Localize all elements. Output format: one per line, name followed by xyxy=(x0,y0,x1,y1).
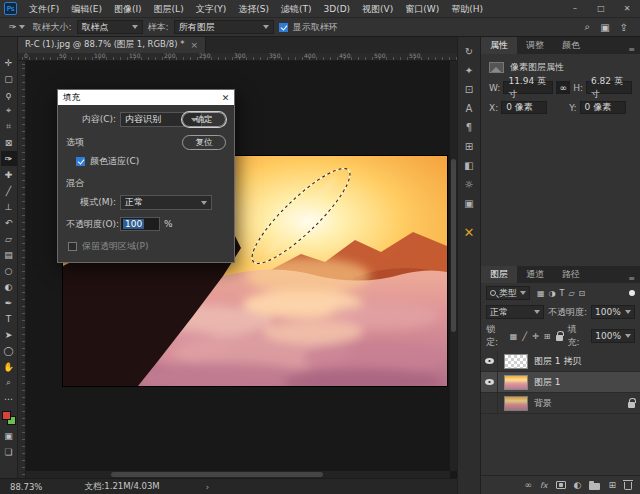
tab-color[interactable]: 颜色 xyxy=(553,37,589,54)
color-adaptation-checkbox[interactable] xyxy=(76,157,85,166)
lock-all-icon[interactable] xyxy=(556,335,563,341)
hand-tool[interactable]: ✋ xyxy=(1,359,17,374)
tab-paths[interactable]: 路径 xyxy=(553,266,589,283)
status-options-arrow[interactable]: › xyxy=(206,482,209,492)
close-button[interactable]: ✕ xyxy=(614,0,640,18)
reset-button[interactable]: 复位 xyxy=(182,135,226,150)
y-field[interactable]: 0 像素 xyxy=(580,101,626,114)
shape-filter-icon[interactable]: ▱ xyxy=(568,289,574,298)
menu-3d[interactable]: 3D(D) xyxy=(317,0,356,18)
new-layer-icon[interactable]: ⊞ xyxy=(608,480,616,490)
layer-name[interactable]: 背景 xyxy=(534,397,552,410)
foreground-color-swatch[interactable] xyxy=(2,411,11,420)
healing-brush-tool[interactable]: ✚ xyxy=(1,167,17,182)
adjustment-filter-icon[interactable]: ◑ xyxy=(549,289,556,298)
move-tool[interactable]: ✛ xyxy=(1,55,17,70)
tab-properties[interactable]: 属性 xyxy=(481,37,517,54)
workspace-icon[interactable]: ▣ xyxy=(600,22,609,33)
lock-artboard-icon[interactable]: ⊞ xyxy=(544,332,551,341)
show-sampling-ring-checkbox[interactable] xyxy=(279,23,288,32)
libraries-panel-icon[interactable]: ⊞ xyxy=(465,142,473,152)
menu-image[interactable]: 图像(I) xyxy=(108,0,148,18)
link-layers-icon[interactable]: ∞ xyxy=(525,480,533,490)
plugin-x-icon[interactable]: ✕ xyxy=(464,228,475,238)
learn-panel-icon[interactable]: ☼ xyxy=(465,180,474,190)
filter-toggle-icon[interactable] xyxy=(629,290,635,296)
menu-view[interactable]: 视图(V) xyxy=(356,0,399,18)
fill-select[interactable]: 100% xyxy=(591,329,635,343)
brush-settings-icon[interactable]: ✦ xyxy=(465,66,473,76)
comments-panel-icon[interactable]: ▣ xyxy=(464,199,473,209)
layer-filter-select[interactable]: 类型 xyxy=(486,286,530,300)
lock-transparent-icon[interactable]: ▦ xyxy=(510,332,518,341)
maximize-button[interactable]: □ xyxy=(588,0,614,18)
history-brush-tool[interactable]: ↶ xyxy=(1,215,17,230)
layer-effects-icon[interactable]: fx xyxy=(540,481,548,490)
fill-dialog-titlebar[interactable]: 填充 ✕ xyxy=(58,90,234,105)
horizontal-scrollbar[interactable] xyxy=(26,471,450,478)
tab-adjustments[interactable]: 调整 xyxy=(517,37,553,54)
menu-select[interactable]: 选择(S) xyxy=(232,0,275,18)
adjustments-panel-icon[interactable]: ◧ xyxy=(464,161,473,171)
smart-object-filter-icon[interactable]: ⊡ xyxy=(579,289,586,298)
background-lock-icon[interactable] xyxy=(628,402,635,408)
pen-tool[interactable]: ✒ xyxy=(1,295,17,310)
width-field[interactable]: 11.94 英寸 xyxy=(503,81,553,94)
paragraph-panel-icon[interactable]: ¶ xyxy=(466,123,472,133)
x-field[interactable]: 0 像素 xyxy=(501,101,547,114)
delete-layer-icon[interactable] xyxy=(624,482,632,490)
history-panel-icon[interactable]: ↻ xyxy=(465,47,473,57)
shape-tool[interactable]: ◯ xyxy=(1,343,17,358)
tab-channels[interactable]: 通道 xyxy=(517,266,553,283)
menu-window[interactable]: 窗口(W) xyxy=(399,0,445,18)
current-tool-icon[interactable]: ✑ xyxy=(6,22,28,32)
type-tool[interactable]: T xyxy=(1,311,17,326)
link-dimensions-icon[interactable]: ∞ xyxy=(556,81,570,94)
height-field[interactable]: 6.82 英寸 xyxy=(586,81,632,94)
zoom-level-field[interactable]: 88.73% xyxy=(10,482,42,492)
panel-menu-icon[interactable]: ≡ xyxy=(628,45,640,54)
eraser-tool[interactable]: ▱ xyxy=(1,231,17,246)
object-selection-tool[interactable]: ⌖ xyxy=(1,103,17,118)
group-layers-icon[interactable] xyxy=(589,483,600,490)
screen-mode-button[interactable]: ❏ xyxy=(1,444,17,459)
layers-opacity-select[interactable]: 100% xyxy=(591,305,635,319)
type-filter-icon[interactable]: T xyxy=(560,289,565,298)
dialog-close-icon[interactable]: ✕ xyxy=(217,93,234,103)
visibility-toggle[interactable] xyxy=(481,393,498,413)
layer-mask-icon[interactable] xyxy=(556,481,566,489)
color-swatches[interactable] xyxy=(2,411,16,425)
menu-layer[interactable]: 图层(L) xyxy=(148,0,190,18)
layer-thumbnail[interactable] xyxy=(504,396,528,411)
visibility-toggle[interactable] xyxy=(481,372,498,392)
crop-tool[interactable]: ⌗ xyxy=(1,119,17,134)
character-panel-icon[interactable]: A xyxy=(466,104,473,114)
lock-paint-icon[interactable]: ╱ xyxy=(522,332,527,341)
sample-size-select[interactable]: 取样点 xyxy=(77,20,143,34)
edit-toolbar-button[interactable]: ⋯ xyxy=(1,391,17,406)
pixel-filter-icon[interactable]: ▦ xyxy=(537,289,545,298)
tab-layers[interactable]: 图层 xyxy=(481,266,517,283)
preserve-transparency-checkbox[interactable] xyxy=(68,242,77,251)
gradient-tool[interactable]: ▤ xyxy=(1,247,17,262)
menu-file[interactable]: 文件(F) xyxy=(23,0,65,18)
lock-move-icon[interactable]: ✛ xyxy=(532,332,539,341)
layer-row[interactable]: 背景 xyxy=(481,393,640,414)
clone-source-icon[interactable]: ⊡ xyxy=(465,85,473,95)
layer-name[interactable]: 图层 1 拷贝 xyxy=(534,355,581,368)
search-icon[interactable]: ⌕ xyxy=(585,21,591,33)
dodge-tool[interactable]: ◐ xyxy=(1,279,17,294)
path-selection-tool[interactable]: ➤ xyxy=(1,327,17,342)
menu-help[interactable]: 帮助(H) xyxy=(445,0,489,18)
ok-button[interactable]: 确定 xyxy=(182,112,226,127)
menu-filter[interactable]: 滤镜(T) xyxy=(275,0,318,18)
opacity-input[interactable]: 100 xyxy=(120,217,160,231)
frame-tool[interactable]: ⊠ xyxy=(1,135,17,150)
marquee-tool[interactable]: ▢ xyxy=(1,71,17,86)
brush-tool[interactable]: ╱ xyxy=(1,183,17,198)
minimize-button[interactable]: – xyxy=(562,0,588,18)
layer-row[interactable]: 图层 1 拷贝 xyxy=(481,351,640,372)
menu-edit[interactable]: 编辑(E) xyxy=(65,0,108,18)
eyedropper-tool[interactable]: ✑ xyxy=(1,151,17,166)
blur-tool[interactable]: ○ xyxy=(1,263,17,278)
